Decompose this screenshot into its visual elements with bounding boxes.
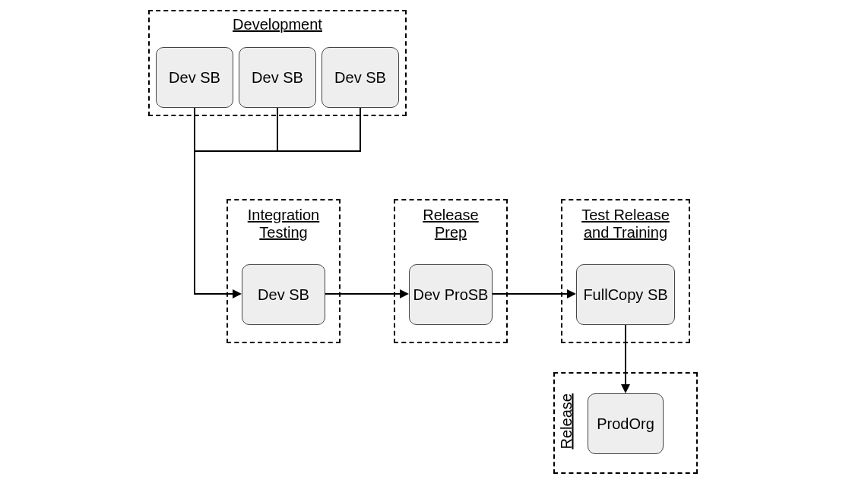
group-integration-title: Integration Testing xyxy=(228,207,339,241)
conn-dev3-v xyxy=(360,108,361,152)
node-dev-pro-sb-l2: SB xyxy=(468,286,489,304)
group-development-title: Development xyxy=(150,16,405,33)
node-dev-pro-sb-l1: Dev Pro xyxy=(413,286,468,304)
conn-dev2-v xyxy=(277,108,278,152)
group-integration-title-l1: Integration xyxy=(248,207,320,223)
group-development-title-text: Development xyxy=(233,16,322,33)
node-prod-org-l2: Org xyxy=(629,415,654,433)
node-full-copy-sb-l1: Full xyxy=(583,286,607,304)
conn-prep-to-test xyxy=(493,293,569,295)
conn-dev-merge-h xyxy=(194,150,361,152)
node-dev-sb-1-label: Dev SB xyxy=(169,69,220,87)
node-prod-org-l1: Prod xyxy=(597,415,629,433)
node-dev-sb-2-label: Dev SB xyxy=(252,69,303,87)
node-full-copy-sb: Full Copy SB xyxy=(576,264,675,325)
node-full-copy-sb-l2: Copy SB xyxy=(608,286,668,304)
node-dev-sb-2: Dev SB xyxy=(239,47,316,108)
group-release-title-text: Release xyxy=(558,393,575,449)
group-test-release-title: Test Release and Training xyxy=(562,207,689,241)
group-release-prep-title-l1: Release xyxy=(423,207,478,223)
node-dev-sb-1: Dev SB xyxy=(156,47,233,108)
group-release-prep-title: Release Prep xyxy=(395,207,506,241)
group-release-prep-title-l2: Prep xyxy=(435,224,467,241)
group-test-release-title-l1: Test Release xyxy=(581,207,670,223)
node-integration: Dev SB xyxy=(242,264,325,325)
node-dev-pro-sb: Dev Pro SB xyxy=(409,264,493,325)
conn-dev1-v xyxy=(194,108,195,295)
node-dev-sb-3-label: Dev SB xyxy=(334,69,386,87)
node-integration-label: Dev SB xyxy=(258,286,309,304)
node-prod-org: Prod Org xyxy=(588,393,664,454)
group-test-release-title-l2: and Training xyxy=(584,224,667,241)
diagram-canvas: Development Dev SB Dev SB Dev SB Integra… xyxy=(0,0,868,486)
conn-integ-to-prep xyxy=(325,293,401,295)
group-release-title: Release xyxy=(558,396,575,450)
group-integration-title-l2: Testing xyxy=(259,224,307,241)
node-dev-sb-3: Dev SB xyxy=(322,47,399,108)
